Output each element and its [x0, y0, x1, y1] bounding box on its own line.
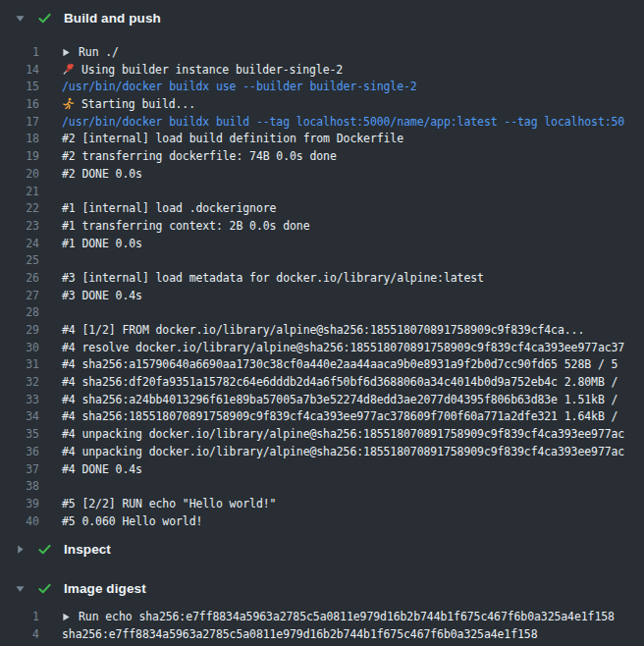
line-number[interactable]: 19: [0, 148, 39, 166]
log-line: 16 Starting build...: [0, 96, 644, 114]
log-text: #4 resolve docker.io/library/alpine@sha2…: [62, 341, 624, 354]
line-content: Starting build...: [62, 96, 195, 114]
line-number[interactable]: 20: [0, 166, 39, 184]
log-line: 30 #4 resolve docker.io/library/alpine@s…: [0, 340, 644, 357]
log-text: #2 transferring dockerfile: 74B 0.0s don…: [62, 149, 337, 163]
chevron-down-icon: [15, 13, 26, 24]
line-number[interactable]: 38: [0, 478, 39, 496]
line-number[interactable]: 28: [0, 304, 39, 322]
line-content: #4 unpacking docker.io/library/alpine@sh…: [62, 426, 624, 444]
log-text: #5 [2/2] RUN echo "Hello world!": [62, 497, 276, 511]
run-chevron-icon[interactable]: [62, 48, 71, 57]
line-number[interactable]: 40: [0, 513, 39, 531]
log-text: Using builder instance builder-single-2: [81, 63, 343, 77]
line-number[interactable]: 30: [0, 340, 39, 357]
line-number[interactable]: 31: [0, 356, 39, 374]
line-number[interactable]: 4: [0, 626, 39, 644]
log-text: #1 transferring context: 2B 0.0s done: [62, 219, 309, 233]
log-text: #4 DONE 0.4s: [62, 462, 142, 476]
log-line: 38: [0, 478, 644, 496]
line-number[interactable]: 17: [0, 114, 39, 132]
line-number[interactable]: 18: [0, 131, 39, 148]
log-line: 34 #4 sha256:185518070891758909c9f839cf4…: [0, 408, 644, 426]
line-number[interactable]: 25: [0, 252, 39, 270]
line-content: #1 DONE 0.0s: [62, 236, 142, 253]
log-text: #3 DONE 0.4s: [62, 289, 142, 302]
chevron-right-icon: [15, 544, 26, 555]
log-line: 40 #5 0.060 Hello world!: [0, 513, 644, 531]
log-group: Inspect: [0, 538, 644, 560]
line-content: #5 [2/2] RUN echo "Hello world!": [62, 496, 276, 513]
log-line: 36 #4 unpacking docker.io/library/alpine…: [0, 444, 644, 461]
log-text: #2 [internal] load build definition from…: [62, 132, 403, 145]
line-number[interactable]: 37: [0, 461, 39, 479]
line-number[interactable]: 16: [0, 96, 39, 114]
line-number[interactable]: 26: [0, 270, 39, 288]
line-number[interactable]: 14: [0, 62, 39, 80]
log-line: 37 #4 DONE 0.4s: [0, 461, 644, 479]
log-group-header[interactable]: Image digest: [0, 577, 644, 599]
log-viewer: Build and push 1 Run ./ 14 Using builder…: [0, 7, 644, 644]
line-number[interactable]: 24: [0, 236, 39, 253]
log-line: 27 #3 DONE 0.4s: [0, 288, 644, 305]
log-line: 1 Run echo sha256:e7ff8834a5963a2785c5a0…: [0, 609, 644, 626]
line-content: #4 sha256:185518070891758909c9f839cf4ca3…: [62, 408, 617, 426]
line-content: #4 sha256:df20fa9351a15782c64e6dddb2d4a6…: [62, 374, 617, 392]
log-text: #3 [internal] load metadata for docker.i…: [62, 271, 484, 285]
line-content: #4 DONE 0.4s: [62, 461, 142, 479]
group-lines: 1 Run ./ 14 Using builder instance build…: [0, 44, 644, 530]
run-chevron-icon[interactable]: [62, 613, 71, 621]
log-text: #4 sha256:185518070891758909c9f839cf4ca3…: [62, 409, 617, 423]
line-number[interactable]: 35: [0, 426, 39, 444]
line-number[interactable]: 36: [0, 444, 39, 461]
log-line: 21: [0, 184, 644, 201]
group-title: Build and push: [64, 11, 161, 26]
log-line: 14 Using builder instance builder-single…: [0, 62, 644, 80]
log-text: Starting build...: [81, 97, 195, 111]
log-line: 35 #4 unpacking docker.io/library/alpine…: [0, 426, 644, 444]
log-line: 15 /usr/bin/docker buildx use --builder …: [0, 79, 644, 96]
log-group-header[interactable]: Inspect: [0, 538, 644, 560]
line-number[interactable]: 39: [0, 496, 39, 513]
log-text: #1 DONE 0.0s: [62, 237, 142, 250]
chevron-down-icon: [15, 583, 26, 594]
line-number[interactable]: 34: [0, 408, 39, 426]
line-number[interactable]: 29: [0, 322, 39, 340]
group-title: Inspect: [64, 542, 111, 557]
check-icon: [37, 542, 52, 557]
log-group: Build and push 1 Run ./ 14 Using builder…: [0, 7, 644, 530]
group-lines: 1 Run echo sha256:e7ff8834a5963a2785c5a0…: [0, 609, 644, 643]
line-content: /usr/bin/docker buildx use --builder bui…: [62, 79, 417, 96]
line-content: Run echo sha256:e7ff8834a5963a2785c5a081…: [62, 609, 615, 626]
line-content: #4 [1/2] FROM docker.io/library/alpine@s…: [62, 322, 584, 340]
log-line: 24 #1 DONE 0.0s: [0, 236, 644, 253]
log-line: 23 #1 transferring context: 2B 0.0s done: [0, 218, 644, 236]
log-text: #1 [internal] load .dockerignore: [62, 201, 276, 215]
line-number[interactable]: 1: [0, 609, 39, 626]
log-group-header[interactable]: Build and push: [0, 7, 644, 28]
line-number[interactable]: 27: [0, 288, 39, 305]
line-content: /usr/bin/docker buildx build --tag local…: [62, 114, 624, 132]
line-number[interactable]: 21: [0, 184, 39, 201]
log-line: 20 #2 DONE 0.0s: [0, 166, 644, 184]
log-text: #4 unpacking docker.io/library/alpine@sh…: [62, 445, 624, 458]
line-number[interactable]: 1: [0, 44, 39, 62]
log-line: 17 /usr/bin/docker buildx build --tag lo…: [0, 114, 644, 132]
line-number[interactable]: 15: [0, 79, 39, 96]
line-number[interactable]: 33: [0, 392, 39, 409]
runner-icon: [62, 97, 75, 110]
log-line: 18 #2 [internal] load build definition f…: [0, 131, 644, 148]
line-content: #3 DONE 0.4s: [62, 288, 142, 305]
line-content: sha256:e7ff8834a5963a2785c5a0811e979d16b…: [62, 626, 537, 644]
log-text: #4 [1/2] FROM docker.io/library/alpine@s…: [62, 323, 584, 337]
log-text: #4 sha256:a24bb4013296f61e89ba57005a7b3e…: [62, 393, 617, 406]
line-content: #2 [internal] load build definition from…: [62, 131, 403, 148]
line-number[interactable]: 23: [0, 218, 39, 236]
line-number[interactable]: 22: [0, 200, 39, 218]
line-number[interactable]: 32: [0, 374, 39, 392]
line-content: #1 transferring context: 2B 0.0s done: [62, 218, 309, 236]
log-line: 4 sha256:e7ff8834a5963a2785c5a0811e979d1…: [0, 626, 644, 644]
log-text: sha256:e7ff8834a5963a2785c5a0811e979d16b…: [62, 627, 537, 641]
log-text: #4 sha256:a15790640a6690aa1730c38cf0a440…: [62, 357, 617, 371]
line-content: Run ./: [62, 44, 119, 62]
